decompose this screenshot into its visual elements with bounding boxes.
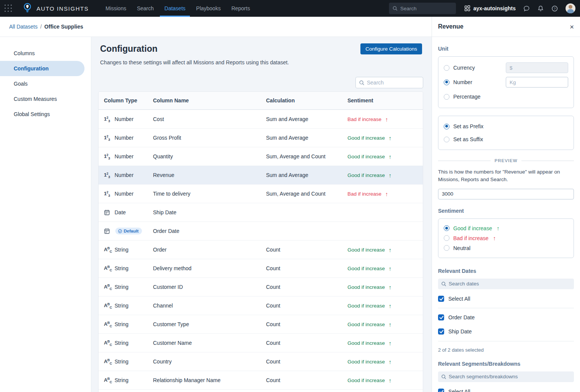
good-if-increase-radio[interactable]: [444, 225, 449, 231]
close-icon[interactable]: ×: [570, 23, 574, 30]
sentiment-value[interactable]: Good if increase↑: [347, 340, 423, 346]
sidebar-item-global-settings[interactable]: Global Settings: [0, 107, 91, 122]
date-option-row: Order Date: [438, 314, 574, 320]
sentiment-options-group: Good if increase↑ Bad if increase↑ Neutr…: [438, 218, 574, 258]
number-type-icon: 123: [104, 190, 112, 198]
dates-search-input[interactable]: [449, 281, 563, 287]
sentiment-value[interactable]: Good if increase↑: [347, 247, 423, 253]
column-name-cell: Customer Type: [153, 321, 266, 327]
table-row[interactable]: Date Ship Date: [99, 203, 423, 221]
workspace-switcher[interactable]: ayx-autoinsights: [464, 5, 516, 11]
sentiment-value[interactable]: Bad if increase↑: [347, 116, 423, 123]
set-as-prefix-radio[interactable]: [444, 124, 449, 129]
set-as-suffix-radio[interactable]: [444, 137, 449, 142]
sentiment-value[interactable]: Good if increase↑: [347, 153, 423, 160]
neutral-radio[interactable]: [444, 245, 449, 251]
up-arrow-icon: ↑: [389, 153, 392, 160]
app-grid-icon[interactable]: [5, 5, 12, 12]
set-as-suffix-label: Set as Suffix: [453, 136, 483, 142]
settings-sidebar: Columns Configuration Goals Custom Measu…: [0, 37, 91, 392]
up-arrow-icon: ↑: [389, 172, 392, 178]
chat-icon[interactable]: [523, 5, 530, 12]
sentiment-value[interactable]: Good if increase↑: [347, 265, 423, 272]
sidebar-item-columns[interactable]: Columns: [0, 46, 91, 61]
table-row[interactable]: ABCString Order Count Good if increase↑: [99, 240, 423, 259]
breadcrumb-current: Office Supplies: [45, 24, 83, 30]
number-radio[interactable]: [444, 80, 449, 85]
order-date-checkbox[interactable]: [438, 314, 444, 320]
column-name-cell: Order: [153, 247, 266, 253]
up-arrow-icon: ↑: [389, 321, 392, 328]
table-row[interactable]: 123Number Quantity Sum, Average and Coun…: [99, 147, 423, 166]
table-row[interactable]: 123Number Gross Profit Sum and Average G…: [99, 128, 423, 147]
table-row[interactable]: ABCString Country Count Good if increase…: [99, 352, 423, 371]
svg-text:?: ?: [554, 6, 556, 10]
preview-description: This is how the numbers for "Revenue" wi…: [438, 168, 574, 184]
table-row-selected[interactable]: 123Number Revenue Sum and Average Good i…: [99, 166, 423, 184]
global-search-input[interactable]: [400, 6, 450, 11]
sentiment-value[interactable]: Bad if increase↑: [347, 191, 423, 197]
segments-select-all-checkbox[interactable]: [438, 389, 444, 392]
nav-reports[interactable]: Reports: [226, 0, 255, 17]
table-row[interactable]: ABCString Relationship Manager Name Coun…: [99, 371, 423, 389]
good-if-increase-label: Good if increase: [453, 225, 492, 231]
sentiment-value[interactable]: Good if increase↑: [347, 377, 423, 384]
nav-search[interactable]: Search: [132, 0, 159, 17]
sentiment-value[interactable]: Good if increase↑: [347, 135, 423, 141]
table-row[interactable]: ABCString Customer Name Count Good if in…: [99, 333, 423, 352]
up-arrow-icon: ↑: [385, 116, 388, 123]
table-row[interactable]: ABCString Customer Type Count Good if in…: [99, 315, 423, 333]
percentage-label: Percentage: [453, 94, 481, 100]
sentiment-value[interactable]: Good if increase↑: [347, 303, 423, 309]
table-row[interactable]: 123Number Cost Sum and Average Bad if in…: [99, 110, 423, 128]
calculation-cell: Sum, Average and Count: [266, 191, 347, 197]
help-icon[interactable]: ?: [551, 5, 558, 12]
preview-value-input[interactable]: [438, 189, 574, 199]
string-type-icon: ABC: [104, 246, 112, 253]
nav-playbooks[interactable]: Playbooks: [191, 0, 226, 17]
currency-symbol-input[interactable]: [506, 62, 568, 73]
number-label: Number: [453, 79, 472, 85]
configure-calculations-button[interactable]: Configure Calculations: [360, 43, 422, 54]
user-avatar[interactable]: [566, 3, 575, 13]
table-row[interactable]: Default Order Date: [99, 221, 423, 240]
sentiment-section-label: Sentiment: [438, 208, 574, 214]
number-type-icon: 123: [104, 134, 112, 142]
breadcrumb-all-datasets[interactable]: All Datasets: [9, 24, 38, 30]
table-row[interactable]: ABCString Customer ID Count Good if incr…: [99, 277, 423, 296]
up-arrow-icon: ↑: [497, 225, 500, 231]
sidebar-item-custom-measures[interactable]: Custom Measures: [0, 91, 91, 107]
notifications-bell-icon[interactable]: [537, 5, 544, 12]
bad-if-increase-radio[interactable]: [444, 235, 449, 241]
sentiment-value[interactable]: Good if increase↑: [347, 172, 423, 178]
currency-radio[interactable]: [444, 65, 449, 71]
sentiment-value[interactable]: Good if increase↑: [347, 284, 423, 290]
sentiment-value[interactable]: Good if increase↑: [347, 321, 423, 328]
preview-label: PREVIEW: [494, 158, 517, 163]
calendar-icon: [104, 209, 112, 215]
dates-select-all-checkbox[interactable]: [438, 296, 444, 302]
table-row[interactable]: ABCString Delivery method Count Good if …: [99, 259, 423, 277]
nav-missions[interactable]: Missions: [100, 0, 131, 17]
sidebar-item-configuration[interactable]: Configuration: [0, 61, 84, 76]
brand-title: AUTO INSIGHTS: [37, 5, 89, 12]
number-unit-input[interactable]: [506, 77, 568, 88]
header-column-name: Column Name: [153, 97, 266, 104]
sidebar-item-goals[interactable]: Goals: [0, 76, 91, 91]
prefix-suffix-group: Set as Prefix Set as Suffix: [438, 116, 574, 150]
ship-date-checkbox[interactable]: [438, 328, 444, 335]
segments-search-input[interactable]: [449, 374, 563, 379]
workspace-name: ayx-autoinsights: [473, 5, 516, 11]
currency-label: Currency: [453, 65, 475, 71]
table-row[interactable]: 123Number Time to delivery Sum, Average …: [99, 184, 423, 203]
relevant-dates-label: Relevant Dates: [438, 268, 574, 274]
up-arrow-icon: ↑: [389, 265, 392, 272]
table-search-input[interactable]: [367, 80, 416, 86]
sentiment-value[interactable]: Good if increase↑: [347, 359, 423, 365]
calculation-cell: Count: [266, 340, 347, 346]
calculation-cell: Sum and Average: [266, 172, 347, 178]
table-row[interactable]: [99, 389, 423, 392]
table-row[interactable]: ABCString Channel Count Good if increase…: [99, 296, 423, 315]
percentage-radio[interactable]: [444, 94, 449, 100]
nav-datasets[interactable]: Datasets: [159, 0, 191, 17]
